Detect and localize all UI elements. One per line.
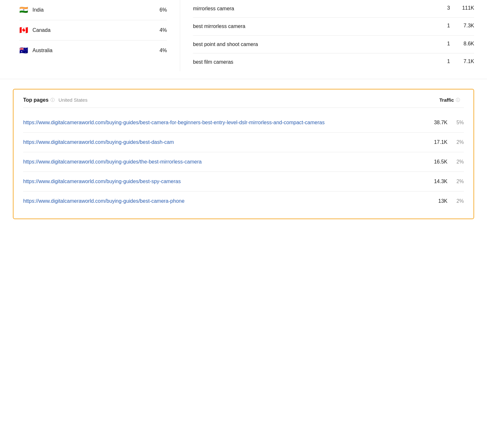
keyword-volume: 111K [456,5,474,11]
keyword-volume: 8.6K [456,41,474,47]
keyword-position: 1 [437,23,450,29]
page-url-link[interactable]: https://www.digitalcameraworld.com/buyin… [23,138,428,146]
keyword-row: best mirrorless camera 1 7.3K [193,18,474,35]
country-pct: 6% [160,7,167,13]
top-pages-header: Top pages ⓘ United States Traffic ⓘ [23,97,464,108]
traffic-header: Traffic ⓘ [439,97,464,103]
page-url-link[interactable]: https://www.digitalcameraworld.com/buyin… [23,178,428,185]
country-pct: 4% [160,27,167,33]
country-pct: 4% [160,48,167,53]
keyword-row: mirrorless camera 3 111K [193,0,474,18]
page-row: https://www.digitalcameraworld.com/buyin… [23,152,464,172]
page-url-link[interactable]: https://www.digitalcameraworld.com/buyin… [23,197,428,205]
page-traffic: 13K [428,198,447,204]
page-pct: 2% [453,198,464,204]
page-pct: 2% [453,179,464,184]
country-name: Canada [32,27,160,33]
flag-icon: 🇨🇦 [19,26,28,34]
page-row: https://www.digitalcameraworld.com/buyin… [23,191,464,211]
page-pct: 2% [453,159,464,165]
page-row: https://www.digitalcameraworld.com/buyin… [23,133,464,152]
page-traffic: 16.5K [428,159,447,165]
page-traffic: 14.3K [428,179,447,184]
keyword-position: 1 [437,59,450,64]
traffic-info-icon[interactable]: ⓘ [456,97,460,103]
traffic-label: Traffic [439,97,454,103]
page-traffic: 38.7K [428,120,447,126]
country-name: Australia [32,48,160,53]
keyword-text: best film cameras [193,59,437,66]
page-traffic: 17.1K [428,139,447,145]
page-row: https://www.digitalcameraworld.com/buyin… [23,113,464,133]
countries-column: 🇮🇳 India 6% 🇨🇦 Canada 4% 🇦🇺 Australia 4% [0,0,180,71]
keywords-column: mirrorless camera 3 111K best mirrorless… [180,0,487,71]
top-section: 🇮🇳 India 6% 🇨🇦 Canada 4% 🇦🇺 Australia 4%… [0,0,487,79]
page-url-link[interactable]: https://www.digitalcameraworld.com/buyin… [23,119,428,126]
country-name: India [32,7,160,13]
page-pct: 5% [453,120,464,126]
page-row: https://www.digitalcameraworld.com/buyin… [23,172,464,191]
keyword-position: 1 [437,41,450,47]
flag-icon: 🇦🇺 [19,46,28,55]
top-pages-filter: United States [59,97,87,103]
country-row: 🇮🇳 India 6% [19,0,167,20]
country-row: 🇦🇺 Australia 4% [19,41,167,61]
page-pct: 2% [453,139,464,145]
pages-container: https://www.digitalcameraworld.com/buyin… [23,113,464,211]
flag-icon: 🇮🇳 [19,6,28,14]
keyword-text: mirrorless camera [193,5,437,12]
keyword-row: best film cameras 1 7.1K [193,53,474,71]
page-url-link[interactable]: https://www.digitalcameraworld.com/buyin… [23,158,428,166]
top-pages-section: Top pages ⓘ United States Traffic ⓘ http… [13,89,474,219]
keyword-text: best point and shoot camera [193,41,437,48]
top-pages-title: Top pages [23,97,49,103]
country-row: 🇨🇦 Canada 4% [19,20,167,41]
keyword-text: best mirrorless camera [193,23,437,30]
keyword-volume: 7.1K [456,59,474,64]
keyword-row: best point and shoot camera 1 8.6K [193,36,474,53]
page-wrapper: 🇮🇳 India 6% 🇨🇦 Canada 4% 🇦🇺 Australia 4%… [0,0,487,219]
top-pages-info-icon[interactable]: ⓘ [51,97,55,103]
keyword-position: 3 [437,5,450,11]
keyword-volume: 7.3K [456,23,474,29]
